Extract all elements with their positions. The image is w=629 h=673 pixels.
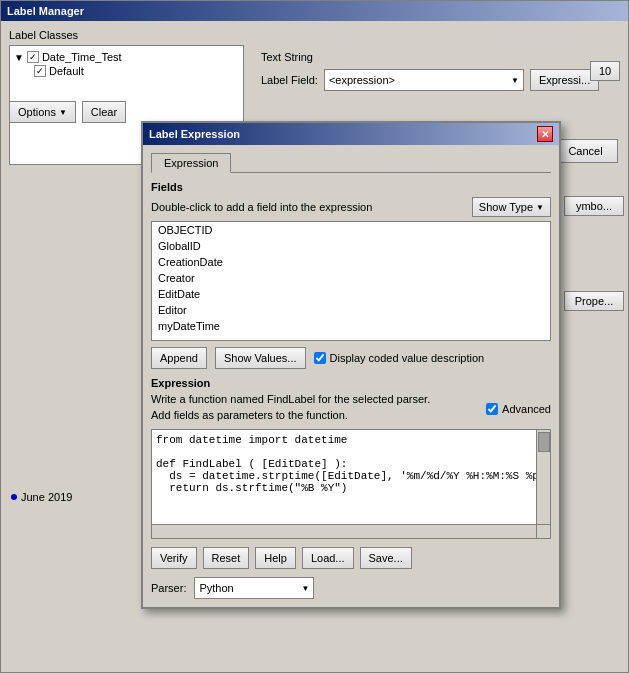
label-manager-window: Label Manager Label Classes ▼ Date_Time_… <box>0 0 629 673</box>
expression-section-header: Expression <box>151 377 551 389</box>
value-10-button[interactable]: 10 <box>590 61 620 81</box>
show-type-label: Show Type <box>479 201 533 213</box>
prop-button[interactable]: Prope... <box>564 291 624 311</box>
dialog-titlebar: Label Expression ✕ <box>143 123 559 145</box>
label-manager-titlebar: Label Manager <box>1 1 628 21</box>
parser-value: Python <box>199 582 233 594</box>
tab-expression-label: Expression <box>164 157 218 169</box>
show-type-button[interactable]: Show Type ▼ <box>472 197 551 217</box>
tree-label-default: Default <box>49 65 84 77</box>
expression-hints: Write a function named FindLabel for the… <box>151 393 430 425</box>
options-button[interactable]: Options ▼ <box>9 101 76 123</box>
load-button[interactable]: Load... <box>302 547 354 569</box>
help-button[interactable]: Help <box>255 547 296 569</box>
display-coded-text: Display coded value description <box>330 352 485 364</box>
advanced-row: Write a function named FindLabel for the… <box>151 393 551 425</box>
side-controls: 10 <box>590 61 620 85</box>
parser-select[interactable]: Python ▼ <box>194 577 314 599</box>
field-item-editdate[interactable]: EditDate <box>152 286 550 302</box>
tab-bar: Expression <box>151 153 551 173</box>
fields-hint: Double-click to add a field into the exp… <box>151 201 372 213</box>
tree-item-default[interactable]: Default <box>34 64 239 78</box>
options-row: Options ▼ Clear <box>9 101 126 123</box>
show-type-arrow: ▼ <box>536 203 544 212</box>
code-editor[interactable]: from datetime import datetime def FindLa… <box>152 430 536 524</box>
label-field-value: <expression> <box>329 74 395 86</box>
save-button[interactable]: Save... <box>360 547 412 569</box>
add-hint: Add fields as parameters to the function… <box>151 409 430 421</box>
options-dropdown-arrow: ▼ <box>59 108 67 117</box>
field-item-creator[interactable]: Creator <box>152 270 550 286</box>
parser-dropdown-arrow: ▼ <box>302 584 310 593</box>
expression-button[interactable]: Expressi... <box>530 69 599 91</box>
field-item-mydatetime[interactable]: myDateTime <box>152 318 550 334</box>
dialog-bottom-btns: Verify Reset Help Load... Save... <box>151 547 551 569</box>
display-coded-label: Display coded value description <box>314 352 485 364</box>
dialog-body: Expression Fields Double-click to add a … <box>143 145 559 607</box>
symbo-button-container: ymbo... <box>564 196 624 216</box>
show-values-button[interactable]: Show Values... <box>215 347 306 369</box>
label-field-dropdown-arrow: ▼ <box>511 76 519 85</box>
fields-list[interactable]: OBJECTID GlobalID CreationDate Creator E… <box>151 221 551 341</box>
field-item-editor[interactable]: Editor <box>152 302 550 318</box>
code-editor-container: from datetime import datetime def FindLa… <box>151 429 551 539</box>
advanced-checkbox[interactable] <box>486 403 498 415</box>
options-label: Options <box>18 106 56 118</box>
field-item-objectid[interactable]: OBJECTID <box>152 222 550 238</box>
date-label: June 2019 <box>11 491 72 503</box>
scrollbar-corner <box>536 524 550 538</box>
text-string-section: Text String Label Field: <expression> ▼ … <box>261 51 621 91</box>
field-item-creationdate[interactable]: CreationDate <box>152 254 550 270</box>
code-scrollbar-h[interactable] <box>152 524 536 538</box>
tree-label-date-time-test: Date_Time_Test <box>42 51 122 63</box>
tree-item-date-time-test[interactable]: ▼ Date_Time_Test <box>14 50 239 64</box>
label-field-label: Label Field: <box>261 74 318 86</box>
parser-label: Parser: <box>151 582 186 594</box>
text-string-header: Text String <box>261 51 621 63</box>
dialog-close-button[interactable]: ✕ <box>537 126 553 142</box>
display-coded-checkbox[interactable] <box>314 352 326 364</box>
verify-button[interactable]: Verify <box>151 547 197 569</box>
field-item-globalid[interactable]: GlobalID <box>152 238 550 254</box>
expand-icon[interactable]: ▼ <box>14 52 24 63</box>
code-scrollbar-thumb-v <box>538 432 550 452</box>
parser-row: Parser: Python ▼ <box>151 577 551 599</box>
fields-header-row: Double-click to add a field into the exp… <box>151 197 551 217</box>
main-cancel-button[interactable]: Cancel <box>553 139 618 163</box>
clear-button[interactable]: Clear <box>82 101 126 123</box>
advanced-text: Advanced <box>502 403 551 415</box>
expression-section: Expression Write a function named FindLa… <box>151 377 551 539</box>
label-field-select[interactable]: <expression> ▼ <box>324 69 524 91</box>
tab-expression[interactable]: Expression <box>151 153 231 173</box>
advanced-label: Advanced <box>486 403 551 415</box>
checkbox-default[interactable] <box>34 65 46 77</box>
reset-button[interactable]: Reset <box>203 547 250 569</box>
symbo-button[interactable]: ymbo... <box>564 196 624 216</box>
checkbox-date-time-test[interactable] <box>27 51 39 63</box>
write-hint: Write a function named FindLabel for the… <box>151 393 430 405</box>
fields-actions: Append Show Values... Display coded valu… <box>151 347 551 369</box>
label-expression-dialog: Label Expression ✕ Expression Fields Dou… <box>141 121 561 609</box>
label-manager-title: Label Manager <box>7 5 84 17</box>
label-field-row: Label Field: <expression> ▼ Expressi... <box>261 69 621 91</box>
prop-button-container: Prope... <box>564 291 624 311</box>
label-classes-header: Label Classes <box>9 29 620 41</box>
append-button[interactable]: Append <box>151 347 207 369</box>
fields-section-header: Fields <box>151 181 551 193</box>
dialog-title: Label Expression <box>149 128 240 140</box>
date-dot <box>11 494 17 500</box>
code-scrollbar-v[interactable] <box>536 430 550 524</box>
date-text: June 2019 <box>21 491 72 503</box>
